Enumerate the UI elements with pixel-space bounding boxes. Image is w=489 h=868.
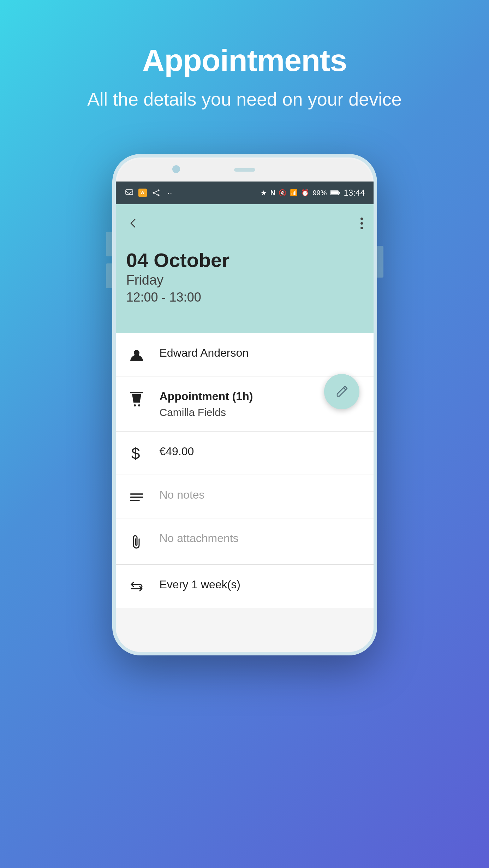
- phone-camera: [172, 165, 180, 173]
- more-dot: [360, 218, 363, 220]
- page-title: Appointments: [87, 42, 401, 78]
- wifi-icon: 📶: [290, 189, 298, 197]
- more-options-button[interactable]: [360, 214, 363, 232]
- repeat-value: Every 1 week(s): [160, 577, 363, 592]
- repeat-icon: [126, 577, 147, 595]
- wear-icon: W: [138, 189, 147, 197]
- appointment-time: 12:00 - 13:00: [126, 290, 363, 305]
- status-left-icons: W ··: [124, 188, 175, 198]
- timer-icon: ⏰: [301, 189, 309, 197]
- repeat-content: Every 1 week(s): [160, 577, 363, 592]
- pencil-icon: [334, 384, 350, 400]
- phone-screen: W ·· ★ N 🔇: [116, 182, 374, 652]
- notes-value: No notes: [160, 488, 363, 503]
- attachments-value: No attachments: [160, 531, 363, 546]
- notes-content: No notes: [160, 488, 363, 503]
- person-content: Edward Anderson: [160, 346, 363, 361]
- svg-rect-7: [331, 191, 338, 195]
- volume-down-button: [106, 263, 112, 288]
- svg-point-3: [157, 195, 159, 196]
- date-header: 04 October Friday 12:00 - 13:00: [116, 242, 374, 333]
- status-time: 13:44: [344, 188, 365, 198]
- price-value: €49.00: [160, 444, 363, 459]
- notification-icon: [124, 188, 134, 198]
- svg-point-1: [153, 192, 154, 194]
- back-button[interactable]: [126, 216, 140, 230]
- svg-line-4: [154, 191, 158, 192]
- notes-row[interactable]: No notes: [116, 475, 374, 518]
- appointment-date: 04 October: [126, 249, 363, 271]
- battery-icon: [330, 190, 340, 196]
- svg-text:$: $: [131, 446, 140, 462]
- app-toolbar: [116, 204, 374, 242]
- svg-rect-8: [339, 192, 340, 194]
- svg-point-9: [134, 350, 139, 356]
- svg-point-2: [157, 190, 159, 191]
- person-row[interactable]: Edward Anderson: [116, 333, 374, 376]
- appointment-weekday: Friday: [126, 273, 363, 288]
- repeat-row[interactable]: Every 1 week(s): [116, 565, 374, 608]
- appointment-details-list: Edward Anderson Appointment (1: [116, 333, 374, 608]
- price-content: €49.00: [160, 444, 363, 459]
- attachments-row[interactable]: No attachments: [116, 518, 374, 565]
- bluetooth-icon: ★: [261, 189, 267, 197]
- more-notif-icon: ··: [165, 188, 175, 198]
- svg-line-5: [154, 193, 158, 195]
- phone-speaker: [234, 168, 255, 172]
- status-bar: W ·· ★ N 🔇: [116, 182, 374, 204]
- service-provider: Camilla Fields: [160, 406, 363, 418]
- more-dot: [360, 222, 363, 225]
- status-right-icons: ★ N 🔇 📶 ⏰ 99% 13:44: [261, 188, 365, 198]
- power-button: [377, 246, 383, 278]
- phone-mockup: W ·· ★ N 🔇: [112, 154, 377, 655]
- silent-icon: 🔇: [279, 189, 286, 197]
- price-row[interactable]: $ €49.00: [116, 432, 374, 475]
- hero-section: Appointments All the details you need on…: [87, 42, 401, 112]
- svg-point-11: [138, 404, 140, 406]
- person-name: Edward Anderson: [160, 346, 363, 361]
- nfc-icon: N: [270, 189, 275, 197]
- share-icon: [151, 188, 161, 198]
- notes-icon: [126, 488, 147, 505]
- attachment-icon: [126, 531, 147, 552]
- hero-subtitle: All the details you need on your device: [87, 87, 401, 112]
- phone-frame: W ·· ★ N 🔇: [112, 154, 377, 655]
- service-icon: [126, 389, 147, 409]
- edit-fab-button[interactable]: [324, 374, 359, 409]
- battery-percent: 99%: [312, 189, 327, 197]
- svg-point-10: [134, 404, 136, 406]
- price-icon: $: [126, 444, 147, 462]
- volume-up-button: [106, 232, 112, 256]
- more-dot: [360, 227, 363, 229]
- attachments-content: No attachments: [160, 531, 363, 546]
- person-icon: [126, 346, 147, 363]
